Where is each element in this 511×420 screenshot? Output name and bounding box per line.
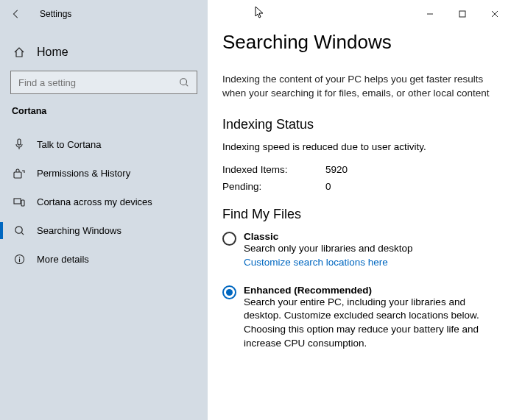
enhanced-title: Enhanced (Recommended): [244, 285, 493, 296]
minimize-button[interactable]: [414, 6, 446, 22]
svg-rect-2: [14, 172, 21, 178]
svg-rect-1: [18, 139, 21, 145]
indexing-status-text: Indexing speed is reduced due to user ac…: [222, 141, 493, 152]
svg-rect-3: [14, 199, 21, 204]
classic-desc: Search only your libraries and desktop: [244, 242, 413, 256]
radio-classic[interactable]: Classic Search only your libraries and d…: [222, 231, 493, 270]
close-button[interactable]: [479, 6, 511, 22]
sidebar-item-searching[interactable]: Searching Windows: [0, 216, 208, 245]
app-title: Settings: [40, 9, 71, 19]
back-button[interactable]: [6, 4, 27, 24]
sidebar-item-label: Permissions & History: [37, 168, 130, 179]
sidebar-section-label: Cortana: [0, 94, 208, 122]
intro-text: Indexing the content of your PC helps yo…: [222, 73, 493, 101]
find-files-heading: Find My Files: [222, 207, 493, 222]
home-label: Home: [37, 46, 68, 59]
maximize-button[interactable]: [446, 6, 479, 22]
pending-row: Pending: 0: [222, 181, 493, 192]
sidebar-item-label: More details: [37, 254, 89, 265]
svg-rect-8: [459, 11, 465, 17]
indexed-row: Indexed Items: 5920: [222, 164, 493, 175]
lock-icon: [13, 168, 25, 179]
devices-icon: [13, 197, 25, 207]
radio-circle-icon: [222, 285, 236, 299]
classic-title: Classic: [244, 231, 413, 242]
sidebar-item-label: Talk to Cortana: [37, 139, 101, 150]
indexed-value: 5920: [325, 164, 348, 175]
main-panel: Searching Windows Indexing the content o…: [208, 0, 511, 420]
home-icon: [13, 46, 25, 58]
pending-value: 0: [325, 181, 331, 192]
info-icon: [13, 254, 25, 265]
sidebar-item-label: Searching Windows: [37, 225, 121, 236]
pending-label: Pending:: [222, 181, 303, 192]
svg-point-0: [180, 79, 187, 85]
indexed-label: Indexed Items:: [222, 164, 303, 175]
find-files-options: Classic Search only your libraries and d…: [222, 231, 493, 351]
sidebar-nav: Talk to Cortana Permissions & History Co…: [0, 129, 208, 274]
window-titlebar: [208, 0, 511, 22]
cursor-icon: [255, 6, 265, 19]
content: Searching Windows Indexing the content o…: [208, 22, 511, 366]
svg-point-7: [18, 257, 20, 258]
sidebar-header: Settings: [0, 0, 208, 28]
enhanced-desc: Search your entire PC, including your li…: [244, 296, 493, 352]
sidebar-item-label: Cortana across my devices: [37, 196, 152, 207]
microphone-icon: [13, 138, 25, 150]
search-box[interactable]: [10, 71, 197, 94]
svg-point-5: [15, 227, 21, 233]
sidebar-item-talk[interactable]: Talk to Cortana: [0, 129, 208, 159]
sidebar-item-more[interactable]: More details: [0, 245, 208, 274]
nav-home[interactable]: Home: [0, 38, 208, 66]
search-icon: [13, 225, 25, 236]
search-input[interactable]: [18, 77, 177, 88]
radio-circle-icon: [222, 232, 236, 246]
search-icon: [177, 77, 191, 88]
page-title: Searching Windows: [222, 31, 493, 54]
customize-link[interactable]: Customize search locations here: [244, 256, 413, 270]
svg-rect-4: [21, 200, 24, 206]
sidebar-item-devices[interactable]: Cortana across my devices: [0, 188, 208, 216]
sidebar-item-permissions[interactable]: Permissions & History: [0, 159, 208, 188]
indexing-status-heading: Indexing Status: [222, 117, 493, 132]
radio-enhanced[interactable]: Enhanced (Recommended) Search your entir…: [222, 285, 493, 352]
sidebar: Settings Home Cortana Talk to Cortana Pe…: [0, 0, 208, 420]
